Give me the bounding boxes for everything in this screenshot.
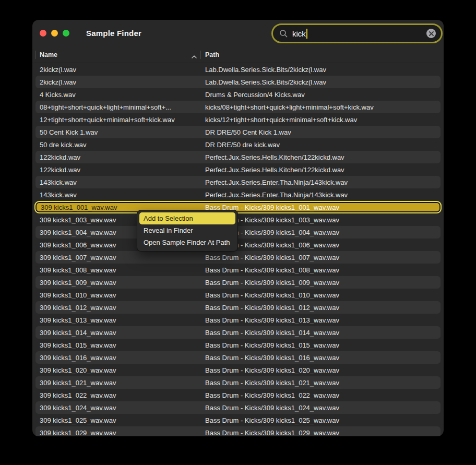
- table-row[interactable]: 309 kicks1_021_wav.wavBass Drum - Kicks/…: [35, 376, 441, 389]
- sort-ascending-icon[interactable]: [191, 52, 197, 61]
- file-path-cell: Bass Drum - Kicks/309 kicks1_024_wav.wav: [205, 404, 438, 412]
- table-row[interactable]: 309 kicks1_015_wav.wavBass Drum - Kicks/…: [35, 339, 441, 351]
- close-x-icon: [429, 31, 434, 36]
- search-field[interactable]: kick: [271, 23, 443, 43]
- file-path-cell: kicks/12+tight+short+quick+minimal+soft+…: [205, 116, 438, 124]
- app-window: Sample Finder kick Name Path: [32, 20, 444, 436]
- table-row[interactable]: 309 kicks1_013_wav.wavBass Drum - Kicks/…: [35, 314, 441, 326]
- file-name-cell: 2kickz(l.wav: [40, 78, 200, 86]
- file-name-cell: 50 dre kick.wav: [40, 141, 200, 149]
- file-name-cell: 50 Cent Kick 1.wav: [40, 128, 200, 136]
- file-name-cell: 309 kicks1_009_wav.wav: [40, 279, 200, 287]
- close-window-button[interactable]: [40, 30, 46, 37]
- file-name-cell: 12+tight+short+quick+minimal+soft+kick.w…: [40, 116, 200, 124]
- file-name-cell: 309 kicks1_012_wav.wav: [40, 304, 200, 312]
- file-list: 2kickz(l.wavLab.Dwella.Series.Sick.Bits/…: [32, 63, 444, 436]
- table-row[interactable]: 309 kicks1_008_wav.wavBass Drum - Kicks/…: [35, 264, 441, 276]
- file-name-cell: 309 kicks1_016_wav.wav: [40, 354, 200, 362]
- context-menu-item[interactable]: Open Sample Finder At Path: [139, 236, 235, 248]
- file-path-cell: Lab.Dwella.Series.Sick.Bits/2kickz(l.wav: [205, 78, 438, 86]
- file-name-cell: 122kickd.wav: [40, 166, 200, 174]
- file-name-cell: 309 kicks1_025_wav.wav: [40, 416, 200, 424]
- file-path-cell: Lab.Dwella.Series.Sick.Bits/2kickz(l.wav: [205, 66, 438, 74]
- file-name-cell: 08+tight+short+quick+light+minimal+soft+…: [40, 103, 200, 111]
- file-path-cell: Perfect.Jux.Series.Enter.Tha.Ninja/143ki…: [205, 178, 438, 186]
- table-row[interactable]: 309 kicks1_016_wav.wavBass Drum - Kicks/…: [35, 351, 441, 364]
- table-row[interactable]: 12+tight+short+quick+minimal+soft+kick.w…: [35, 113, 441, 126]
- table-row[interactable]: 309 kicks1_014_wav.wavBass Drum - Kicks/…: [35, 326, 441, 339]
- table-row[interactable]: 309 kicks1_004_wav.wavBass Drum - Kicks/…: [35, 226, 441, 239]
- traffic-lights: [40, 30, 69, 37]
- table-row[interactable]: 4 Kicks.wavDrums & Percussion/4 Kicks.wa…: [35, 88, 441, 101]
- file-path-cell: Bass Drum - Kicks/309 kicks1_016_wav.wav: [205, 354, 438, 362]
- table-row[interactable]: 50 Cent Kick 1.wavDR DRE/50 Cent Kick 1.…: [35, 126, 441, 138]
- column-header-name[interactable]: Name: [40, 47, 57, 63]
- table-row[interactable]: 309 kicks1_003_wav.wavBass Drum - Kicks/…: [35, 213, 441, 226]
- file-path-cell: Bass Drum - Kicks/309 kicks1_006_wav.wav: [205, 241, 438, 249]
- file-name-cell: 309 kicks1_008_wav.wav: [40, 266, 200, 274]
- file-path-cell: Bass Drum - Kicks/309 kicks1_029_wav.wav: [205, 429, 438, 437]
- table-row[interactable]: 50 dre kick.wavDR DRE/50 dre kick.wav: [35, 138, 441, 151]
- context-menu: Add to SelectionReveal in FinderOpen Sam…: [137, 210, 238, 252]
- table-row[interactable]: 309 kicks1_009_wav.wavBass Drum - Kicks/…: [35, 276, 441, 289]
- table-row[interactable]: 309 kicks1_024_wav.wavBass Drum - Kicks/…: [35, 401, 441, 414]
- context-menu-item[interactable]: Reveal in Finder: [139, 224, 235, 236]
- file-name-cell: 309 kicks1_014_wav.wav: [40, 329, 200, 337]
- titlebar: Sample Finder kick: [32, 20, 444, 47]
- file-name-cell: 2kickz(l.wav: [40, 66, 200, 74]
- zoom-window-button[interactable]: [63, 30, 69, 37]
- table-row[interactable]: 309 kicks1_007_wav.wavBass Drum - Kicks/…: [35, 251, 441, 264]
- file-path-cell: Perfect.Jux.Series.Hells.Kitchen/122kick…: [205, 166, 438, 174]
- table-row[interactable]: 309 kicks1_022_wav.wavBass Drum - Kicks/…: [35, 389, 441, 401]
- file-name-cell: 309 kicks1_007_wav.wav: [40, 254, 200, 261]
- file-path-cell: Bass Drum - Kicks/309 kicks1_012_wav.wav: [205, 304, 438, 312]
- table-row[interactable]: 143kick.wavPerfect.Jux.Series.Enter.Tha.…: [35, 176, 441, 188]
- file-name-cell: 309 kicks1_029_wav.wav: [40, 429, 200, 437]
- file-path-cell: Bass Drum - Kicks/309 kicks1_022_wav.wav: [205, 391, 438, 399]
- column-divider[interactable]: [200, 51, 201, 59]
- file-name-cell: 309 kicks1_022_wav.wav: [40, 391, 200, 399]
- table-row[interactable]: 309 kicks1_029_wav.wavBass Drum - Kicks/…: [35, 426, 441, 436]
- file-path-cell: Perfect.Jux.Series.Hells.Kitchen/122kick…: [205, 153, 438, 161]
- file-name-cell: 143kick.wav: [40, 191, 200, 199]
- search-input[interactable]: kick: [292, 29, 306, 38]
- file-path-cell: DR DRE/50 dre kick.wav: [205, 141, 438, 149]
- file-name-cell: 4 Kicks.wav: [40, 91, 200, 99]
- file-path-cell: Drums & Percussion/4 Kicks.wav: [205, 91, 438, 99]
- file-path-cell: DR DRE/50 Cent Kick 1.wav: [205, 128, 438, 136]
- table-row-selected[interactable]: 309 kicks1_001_wav.wavBass Drum - Kicks/…: [34, 201, 442, 213]
- minimize-window-button[interactable]: [51, 30, 58, 37]
- table-row[interactable]: 143kick.wavPerfect.Jux.Series.Enter.Tha.…: [35, 188, 441, 201]
- table-row[interactable]: 309 kicks1_006_wav.wavBass Drum - Kicks/…: [35, 239, 441, 251]
- app-title: Sample Finder: [86, 20, 141, 47]
- text-caret: [306, 29, 307, 39]
- file-name-cell: 143kick.wav: [40, 178, 200, 186]
- file-path-cell: Perfect.Jux.Series.Enter.Tha.Ninja/143ki…: [205, 191, 438, 199]
- file-path-cell: Bass Drum - Kicks/309 kicks1_020_wav.wav: [205, 366, 438, 374]
- table-row[interactable]: 122kickd.wavPerfect.Jux.Series.Hells.Kit…: [35, 151, 441, 163]
- clear-search-button[interactable]: [426, 29, 436, 38]
- file-name-cell: 309 kicks1_020_wav.wav: [40, 366, 200, 374]
- file-path-cell: Bass Drum - Kicks/309 kicks1_007_wav.wav: [205, 254, 438, 261]
- file-name-cell: 309 kicks1_010_wav.wav: [40, 291, 200, 299]
- table-row[interactable]: 309 kicks1_010_wav.wavBass Drum - Kicks/…: [35, 289, 441, 301]
- file-path-cell: Bass Drum - Kicks/309 kicks1_015_wav.wav: [205, 341, 438, 349]
- context-menu-item-highlighted[interactable]: Add to Selection: [139, 212, 235, 224]
- search-icon: [279, 29, 288, 38]
- file-name-cell: 309 kicks1_015_wav.wav: [40, 341, 200, 349]
- file-name-cell: 309 kicks1_024_wav.wav: [40, 404, 200, 412]
- table-row[interactable]: 2kickz(l.wavLab.Dwella.Series.Sick.Bits/…: [35, 63, 441, 76]
- file-path-cell: Bass Drum - Kicks/309 kicks1_014_wav.wav: [205, 329, 438, 337]
- file-name-cell: 309 kicks1_021_wav.wav: [40, 379, 200, 387]
- file-path-cell: Bass Drum - Kicks/309 kicks1_009_wav.wav: [205, 279, 438, 287]
- table-row[interactable]: 122kickd.wavPerfect.Jux.Series.Hells.Kit…: [35, 163, 441, 176]
- file-name-cell: 122kickd.wav: [40, 153, 200, 161]
- column-header-path[interactable]: Path: [205, 47, 219, 63]
- table-row[interactable]: 08+tight+short+quick+light+minimal+soft+…: [35, 101, 441, 113]
- file-path-cell: kicks/08+tight+short+quick+light+minimal…: [205, 103, 438, 111]
- table-row[interactable]: 309 kicks1_025_wav.wavBass Drum - Kicks/…: [35, 414, 441, 426]
- file-path-cell: Bass Drum - Kicks/309 kicks1_003_wav.wav: [205, 216, 438, 224]
- table-row[interactable]: 309 kicks1_012_wav.wavBass Drum - Kicks/…: [35, 301, 441, 314]
- table-row[interactable]: 309 kicks1_020_wav.wavBass Drum - Kicks/…: [35, 364, 441, 376]
- table-row[interactable]: 2kickz(l.wavLab.Dwella.Series.Sick.Bits/…: [35, 76, 441, 88]
